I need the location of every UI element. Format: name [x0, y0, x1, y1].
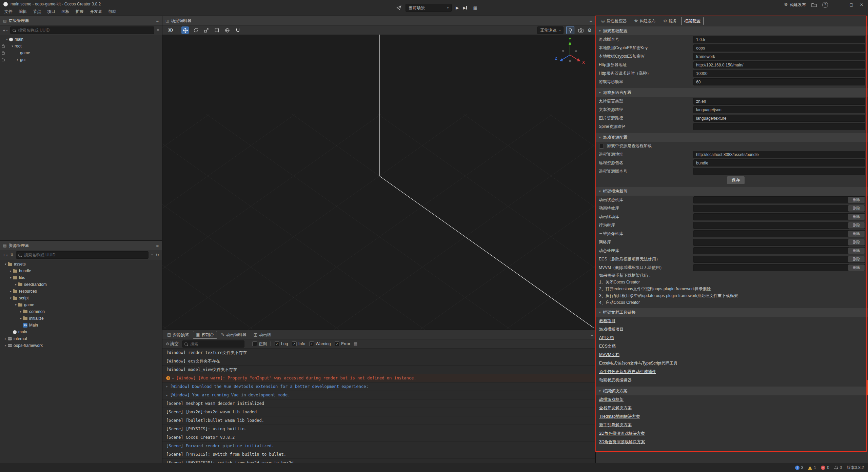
- menu-item[interactable]: 扩展: [73, 8, 87, 15]
- section-游戏多语言配置[interactable]: ▾游戏多语言配置: [596, 88, 868, 97]
- create-asset-button[interactable]: +▾: [3, 253, 8, 258]
- assets-search[interactable]: [16, 251, 149, 259]
- error-counter[interactable]: ✕ 0: [821, 465, 829, 470]
- delete-button[interactable]: 删除: [848, 205, 865, 212]
- scene-settings-gear-icon[interactable]: ⚙: [587, 27, 592, 33]
- inspector-tab-框架配置[interactable]: 框架配置: [681, 17, 704, 25]
- menu-item[interactable]: 项目: [44, 8, 58, 15]
- console-row[interactable]: [Scene] [PHYSICS2D]: switch from box2d-w…: [162, 459, 595, 463]
- console-row[interactable]: ▸[Window] Download the Vue Devtools exte…: [162, 382, 595, 391]
- link-ECS文档[interactable]: ECS文档: [599, 342, 616, 351]
- console-row[interactable]: [Scene] Forward render pipeline initiali…: [162, 442, 595, 450]
- chevron-down-icon[interactable]: ▾: [10, 44, 15, 48]
- asset-node-main[interactable]: main: [0, 329, 162, 335]
- console-search[interactable]: [182, 340, 244, 348]
- menu-item[interactable]: 编辑: [16, 8, 30, 15]
- rect-tool-button[interactable]: [213, 26, 220, 34]
- console-tab-资源预览[interactable]: ▤资源预览: [164, 331, 192, 339]
- step-button[interactable]: ▶: [463, 5, 467, 10]
- mode-3d-button[interactable]: 3D: [166, 27, 175, 33]
- asset-node-resources[interactable]: ▸resources: [0, 288, 162, 295]
- delete-button[interactable]: 删除: [848, 248, 865, 254]
- lock-icon[interactable]: [2, 52, 5, 55]
- section-框架模块裁剪[interactable]: ▾框架模块裁剪: [596, 187, 868, 196]
- link-Excel格式转Json文件与TypeScript代码工具[interactable]: Excel格式转Json文件与TypeScript代码工具: [599, 359, 677, 368]
- section-框架解决方案[interactable]: ▾框架解决方案: [596, 387, 868, 395]
- open-project-folder-icon[interactable]: [811, 3, 817, 7]
- link-API文档[interactable]: API文档: [599, 334, 614, 342]
- move-tool-button[interactable]: [181, 26, 189, 34]
- console-row[interactable]: [Window] model_view文件夹不存在: [162, 366, 595, 374]
- preview-scene-select[interactable]: 当前场景 ▾: [406, 4, 452, 12]
- console-row[interactable]: [Scene] [box2d]:box2d wasm lib loaded.: [162, 408, 595, 416]
- chevron-right-icon[interactable]: ▸: [19, 317, 23, 320]
- inspector-tab-属性检查器[interactable]: ◎属性检查器: [598, 17, 630, 25]
- link-新手引导解决方案[interactable]: 新手引导解决方案: [599, 421, 632, 429]
- preview-window-icon[interactable]: ▦: [473, 5, 477, 11]
- view-mode-select[interactable]: 正常浏览 ▾: [537, 26, 564, 34]
- info-counter[interactable]: i 3: [795, 465, 804, 470]
- menu-item[interactable]: 帮助: [105, 8, 119, 15]
- inspector-tab-服务[interactable]: ⚙服务: [660, 17, 680, 25]
- delete-button[interactable]: 删除: [848, 197, 865, 203]
- play-button[interactable]: ▶: [456, 5, 459, 10]
- menu-item[interactable]: 开发者: [87, 8, 105, 15]
- chevron-down-icon[interactable]: ▾: [3, 262, 8, 266]
- console-row[interactable]: !▸[Window] [Vue warn]: Property "onInput…: [162, 374, 595, 382]
- chevron-right-icon[interactable]: ▸: [8, 290, 13, 293]
- link-游戏模板项目[interactable]: 游戏模板项目: [599, 325, 624, 334]
- console-row[interactable]: [Scene] [bullet]:bullet wasm lib loaded.: [162, 416, 595, 425]
- chevron-down-icon[interactable]: ▾: [5, 38, 9, 41]
- hierarchy-node-game[interactable]: game: [0, 50, 162, 56]
- chevron-right-icon[interactable]: ▸: [8, 269, 13, 273]
- asset-node-common[interactable]: ▸common: [0, 308, 162, 315]
- lock-icon[interactable]: [2, 45, 5, 48]
- panel-menu-icon[interactable]: ≡: [156, 18, 159, 23]
- checkbox[interactable]: ✓: [275, 341, 279, 346]
- menu-item[interactable]: 文件: [1, 8, 16, 15]
- camera-preview-button[interactable]: [577, 26, 585, 34]
- link-教程项目[interactable]: 教程项目: [599, 317, 615, 325]
- chevron-down-icon[interactable]: ▾: [8, 296, 13, 300]
- field-input[interactable]: [693, 61, 865, 68]
- help-icon[interactable]: ?: [822, 2, 828, 8]
- close-button[interactable]: ✕: [857, 2, 866, 7]
- light-toggle-button[interactable]: [566, 26, 574, 34]
- filter-icon[interactable]: ≡: [151, 253, 153, 257]
- world-local-toggle[interactable]: [223, 26, 231, 34]
- console-tab-控制台[interactable]: ▣控制台: [193, 331, 217, 339]
- checkbox[interactable]: ✓: [292, 341, 297, 346]
- panel-menu-icon[interactable]: ≡: [156, 243, 159, 248]
- hierarchy-node-root[interactable]: ▾root: [0, 43, 162, 50]
- asset-node-initialize[interactable]: ▸initialize: [0, 315, 162, 322]
- field-input[interactable]: [693, 44, 865, 52]
- checkbox[interactable]: ✓: [335, 341, 339, 346]
- expand-icon[interactable]: ▸: [172, 376, 174, 380]
- console-row[interactable]: [Scene] [PHYSICS]: switch from builtin t…: [162, 450, 595, 459]
- assets-search-input[interactable]: [23, 252, 146, 258]
- section-游戏基础配置[interactable]: ▾游戏基础配置: [596, 26, 868, 35]
- field-input[interactable]: [693, 106, 865, 113]
- snap-tool-button[interactable]: [234, 26, 241, 34]
- field-input[interactable]: [693, 159, 865, 166]
- chevron-right-icon[interactable]: ▸: [14, 283, 18, 286]
- scrollbar-thumb[interactable]: [866, 380, 868, 395]
- link-动画状态机编辑器[interactable]: 动画状态机编辑器: [599, 376, 632, 385]
- asset-node-Main[interactable]: TSMain: [0, 322, 162, 329]
- asset-node-assets[interactable]: ▾assets: [0, 261, 162, 268]
- filter-log[interactable]: ✓Log: [275, 341, 288, 346]
- console-search-input[interactable]: [190, 341, 242, 347]
- rotate-tool-button[interactable]: [192, 26, 199, 34]
- delete-button[interactable]: 删除: [848, 256, 865, 262]
- link-MVVM文档[interactable]: MVVM文档: [599, 351, 619, 359]
- chevron-right-icon[interactable]: ▸: [19, 310, 23, 313]
- field-input[interactable]: [693, 123, 865, 130]
- chevron-down-icon[interactable]: ▾: [14, 303, 18, 307]
- chevron-down-icon[interactable]: ▾: [8, 276, 13, 279]
- delete-button[interactable]: 删除: [848, 239, 865, 245]
- filter-warning[interactable]: ✓Warning: [309, 341, 331, 346]
- console-row[interactable]: [Scene] [PHYSICS]: using builtin.: [162, 425, 595, 433]
- regex-checkbox[interactable]: [252, 341, 257, 346]
- lock-icon[interactable]: [2, 59, 5, 61]
- asset-node-script[interactable]: ▾script: [0, 295, 162, 301]
